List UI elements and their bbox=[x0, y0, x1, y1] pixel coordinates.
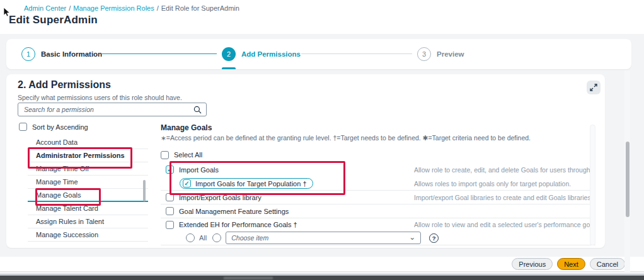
radio-all[interactable] bbox=[186, 233, 195, 242]
fullscreen-toggle-button[interactable] bbox=[587, 81, 601, 94]
permission-category-list: Account Data Administrator Permissions M… bbox=[28, 138, 148, 248]
step-connector-done bbox=[102, 53, 217, 54]
import-export-library-checkbox[interactable] bbox=[166, 193, 174, 201]
permission-row-import-goals[interactable]: ✓ Import Goals Allow role to create, edi… bbox=[161, 162, 595, 177]
step-label: Preview bbox=[437, 50, 464, 58]
permission-legend: ∗=Access period can be defined at the gr… bbox=[161, 134, 599, 142]
permission-search-box bbox=[18, 103, 207, 116]
page: Admin Center/Manage Permission Roles/Edi… bbox=[0, 0, 644, 280]
permission-description: Allow role to view and edit a selected u… bbox=[414, 218, 593, 231]
dropdown-placeholder: Choose item bbox=[231, 234, 409, 242]
permission-description: Import/export Goal libraries to create a… bbox=[414, 191, 593, 204]
search-icon[interactable] bbox=[193, 106, 202, 114]
page-scrollbar-thumb[interactable] bbox=[626, 142, 630, 217]
section-subheading: Specify what permissions users of this r… bbox=[18, 94, 182, 101]
permission-label: Import/Export Goals library bbox=[179, 194, 262, 201]
breadcrumb: Admin Center/Manage Permission Roles/Edi… bbox=[24, 4, 239, 12]
step-connector-upcoming bbox=[301, 53, 412, 54]
previous-button[interactable]: Previous bbox=[512, 258, 553, 270]
permission-search-input[interactable] bbox=[23, 105, 193, 114]
step-number-circle: 1 bbox=[21, 47, 35, 61]
radio-all-label: All bbox=[199, 234, 207, 242]
extended-eh-target-controls: All Choose item ⌄ ? bbox=[161, 231, 595, 245]
radio-choose[interactable] bbox=[212, 233, 221, 242]
extended-eh-checkbox[interactable] bbox=[166, 221, 174, 229]
breadcrumb-current: Edit Role for SuperAdmin bbox=[161, 4, 239, 12]
sidebar-item-manage-goals[interactable]: Manage Goals bbox=[28, 189, 148, 202]
permission-description: Allows roles to import goals only for ta… bbox=[414, 177, 593, 190]
wizard-step-basic-information[interactable]: 1 Basic Information bbox=[21, 39, 102, 69]
permission-row-goal-management-feature-settings[interactable]: Goal Management Feature Settings bbox=[161, 204, 595, 218]
select-all-checkbox[interactable] bbox=[161, 151, 169, 159]
permission-label: Import Goals for Target Population † bbox=[195, 180, 307, 188]
sidebar-item-manage-talent-card[interactable]: Manage Talent Card bbox=[28, 202, 148, 215]
sidebar-item-administrator-permissions[interactable]: Administrator Permissions bbox=[28, 149, 148, 162]
footer-action-bar: Previous Next Cancel bbox=[0, 257, 644, 272]
wizard-step-preview[interactable]: 3 Preview bbox=[417, 39, 464, 69]
chevron-down-icon: ⌄ bbox=[409, 233, 415, 241]
cancel-button[interactable]: Cancel bbox=[590, 258, 625, 270]
permission-label: Import Goals bbox=[179, 166, 219, 174]
step-label: Basic Information bbox=[41, 50, 102, 58]
select-all-label: Select All bbox=[174, 151, 202, 159]
step-number-circle: 3 bbox=[417, 47, 431, 61]
sort-label: Sort by Ascending bbox=[32, 123, 88, 131]
permission-row-import-export-goals-library[interactable]: Import/Export Goals library Import/expor… bbox=[161, 191, 595, 204]
breadcrumb-link-admin-center[interactable]: Admin Center bbox=[24, 4, 66, 12]
permission-row-extended-eh-performance-goals[interactable]: Extended EH for Performance Goals † Allo… bbox=[161, 218, 595, 231]
expand-icon bbox=[590, 84, 597, 91]
permission-group-title: Manage Goals bbox=[161, 123, 599, 132]
bottom-bar-artifact bbox=[224, 277, 273, 279]
sort-by-ascending-row[interactable]: Sort by Ascending bbox=[19, 123, 88, 131]
focused-permission-pill: ✓ Import Goals for Target Population † bbox=[180, 178, 313, 189]
mouse-cursor-icon bbox=[3, 8, 11, 18]
sidebar-item-manage-succession[interactable]: Manage Succession bbox=[28, 228, 148, 242]
breadcrumb-link-manage-permission-roles[interactable]: Manage Permission Roles bbox=[73, 4, 154, 12]
sidebar-item-account-data[interactable]: Account Data bbox=[28, 138, 148, 149]
bottom-letterbox-bar bbox=[0, 276, 644, 280]
sidebar-item-manage-time-off[interactable]: Manage Time Off bbox=[28, 162, 148, 176]
feature-settings-checkbox[interactable] bbox=[166, 207, 174, 215]
step-number-circle: 2 bbox=[222, 47, 236, 61]
target-population-checkbox[interactable]: ✓ bbox=[183, 179, 191, 188]
page-title: Edit SuperAdmin bbox=[9, 14, 98, 26]
permission-rows: ✓ Import Goals Allow role to create, edi… bbox=[161, 162, 595, 245]
permission-description: Allow role to create, edit, and delete G… bbox=[414, 162, 593, 177]
section-heading: 2. Add Permissions bbox=[18, 79, 111, 91]
wizard-steps-bar: 1 Basic Information 2 Add Permissions 3 … bbox=[6, 39, 631, 69]
permission-description bbox=[414, 204, 593, 218]
breadcrumb-separator: / bbox=[69, 4, 71, 12]
permission-detail-panel: Manage Goals ∗=Access period can be defi… bbox=[161, 123, 599, 245]
step-label: Add Permissions bbox=[241, 50, 301, 58]
help-icon[interactable]: ? bbox=[429, 233, 439, 243]
wizard-step-add-permissions[interactable]: 2 Add Permissions bbox=[222, 39, 301, 69]
permission-label: Extended EH for Performance Goals † bbox=[179, 221, 297, 228]
category-list-scrollbar-thumb[interactable] bbox=[143, 180, 146, 201]
active-step-indicator bbox=[222, 67, 236, 69]
choose-item-dropdown[interactable]: Choose item ⌄ bbox=[226, 232, 421, 244]
detail-panel-scrollbar-track[interactable] bbox=[590, 125, 595, 245]
permission-row-import-goals-target-population[interactable]: ✓ Import Goals for Target Population † A… bbox=[161, 177, 595, 191]
permission-label: Goal Management Feature Settings bbox=[179, 208, 289, 215]
sidebar-item-manage-time[interactable]: Manage Time bbox=[28, 176, 148, 189]
sidebar-item-clipped[interactable]: Manage bbox=[28, 242, 148, 244]
next-button[interactable]: Next bbox=[557, 258, 585, 270]
add-permissions-card: 2. Add Permissions Specify what permissi… bbox=[6, 74, 605, 248]
select-all-row[interactable]: Select All bbox=[161, 150, 599, 159]
breadcrumb-separator: / bbox=[157, 4, 159, 12]
sidebar-item-assign-rules-in-talent[interactable]: Assign Rules in Talent bbox=[28, 215, 148, 228]
check-icon: ✓ bbox=[184, 181, 189, 187]
check-icon: ✓ bbox=[167, 167, 172, 173]
import-goals-checkbox[interactable]: ✓ bbox=[166, 165, 174, 174]
sort-checkbox[interactable] bbox=[19, 123, 27, 131]
